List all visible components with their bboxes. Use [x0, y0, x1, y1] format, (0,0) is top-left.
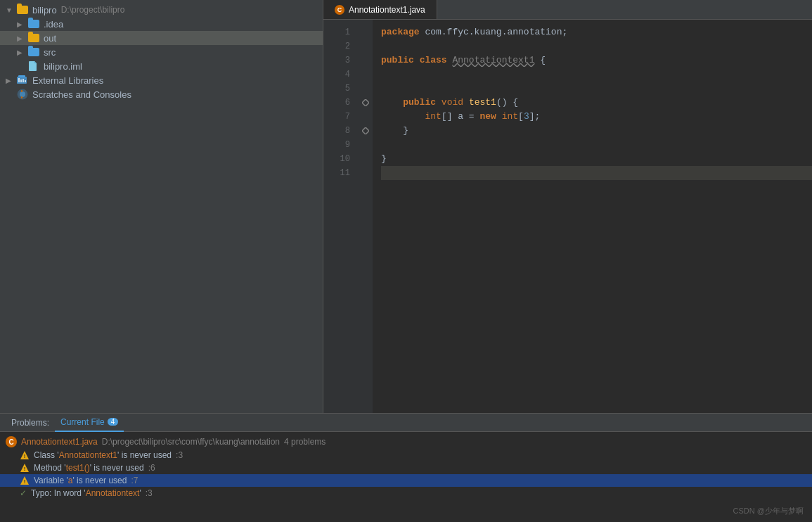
external-libs-icon: [17, 75, 30, 86]
src-folder-icon: [28, 46, 41, 58]
current-file-badge: 4: [108, 418, 119, 426]
iml-file-icon: [28, 61, 41, 72]
tree-arrow-src: ▶: [17, 49, 28, 56]
bilipro-path: D:\progect\bilipro: [61, 5, 125, 15]
idea-label: .idea: [44, 19, 63, 30]
code-content[interactable]: package com.ffyc.kuang.annotation; publi…: [373, 20, 812, 413]
code-line-10: }: [381, 152, 812, 166]
project-tree: ▼ bilipro D:\progect\bilipro ▶ .idea ▶: [0, 0, 323, 413]
svg-rect-12: [21, 96, 22, 98]
out-label: out: [44, 33, 56, 44]
svg-rect-11: [21, 90, 22, 92]
problem-count: 4 problems: [284, 437, 326, 447]
warning-icon-3: !: [20, 476, 30, 485]
problems-label: Problems:: [11, 418, 49, 428]
tab-annotationtext1[interactable]: C Annotationtext1.java: [323, 0, 437, 19]
sidebar-item-idea[interactable]: ▶ .idea: [0, 17, 323, 31]
problem-line-4: :3: [146, 488, 153, 498]
problem-item-1[interactable]: ! Class 'Annotationtext1' is never used …: [0, 449, 812, 461]
watermark: CSDN @少年与梦啊: [733, 506, 804, 516]
code-line-6: public void test1() {: [381, 96, 812, 110]
tree-arrow-bilipro: ▼: [6, 6, 17, 14]
problem-file-path: D:\progect\bilipro\src\com\ffyc\kuang\an…: [102, 437, 280, 447]
warning-icon-1: !: [20, 450, 30, 460]
code-line-3: public class Annotationtext1 {: [381, 53, 812, 68]
svg-rect-8: [25, 80, 26, 82]
sidebar-item-out[interactable]: ▶ out: [0, 31, 323, 45]
problem-file-row[interactable]: C Annotationtext1.java D:\progect\bilipr…: [0, 435, 812, 449]
svg-text:!: !: [24, 453, 26, 459]
code-line-7: int[] a = new int[3];: [381, 110, 812, 124]
sidebar-item-bilipro-iml[interactable]: bilipro.iml: [0, 59, 323, 73]
tab-bar: C Annotationtext1.java: [323, 0, 812, 20]
tree-arrow-external-libs: ▶: [6, 77, 17, 84]
svg-rect-5: [18, 78, 20, 82]
external-libs-label: External Libraries: [32, 75, 103, 86]
svg-text:!: !: [24, 478, 26, 485]
bottom-panel: Problems: Current File 4 C Annotationtex…: [0, 413, 812, 522]
tab-file-icon: C: [335, 5, 344, 15]
code-line-9: [381, 138, 812, 152]
scratches-label: Scratches and Consoles: [32, 89, 131, 100]
tree-arrow-out: ▶: [17, 34, 28, 42]
tab-problems-label[interactable]: Problems:: [6, 414, 55, 432]
code-editor[interactable]: 1 2 3 4 5 6 7 8 9 10 11: [323, 20, 812, 413]
problem-text-1: Class 'Annotationtext1' is never used: [34, 450, 172, 460]
code-line-2: [381, 39, 812, 53]
svg-rect-4: [18, 75, 25, 77]
code-line-11: [381, 166, 812, 180]
gutter: [359, 20, 373, 413]
gutter-mark-6: [362, 99, 369, 106]
svg-point-10: [20, 91, 25, 97]
code-line-4: [381, 68, 812, 82]
check-icon-4: ✓: [20, 488, 27, 498]
problem-text-4: Typo: In word 'Annotationtext': [31, 488, 141, 498]
problem-text-2: Method 'test1()' is never used: [34, 463, 144, 473]
problem-item-4[interactable]: ✓ Typo: In word 'Annotationtext' :3: [0, 487, 812, 499]
line-numbers: 1 2 3 4 5 6 7 8 9 10 11: [323, 20, 359, 413]
svg-marker-14: [362, 127, 369, 134]
svg-rect-7: [22, 79, 24, 82]
current-file-label: Current File: [60, 417, 105, 427]
sidebar-item-bilipro[interactable]: ▼ bilipro D:\progect\bilipro: [0, 3, 323, 17]
sidebar-item-src[interactable]: ▶ src: [0, 45, 323, 59]
tree-arrow-idea: ▶: [17, 20, 28, 28]
problem-text-3: Variable 'a' is never used: [34, 476, 127, 485]
code-line-5: [381, 82, 812, 96]
gutter-mark-8: [362, 127, 369, 134]
svg-rect-6: [20, 79, 22, 82]
problem-line-1: :3: [176, 450, 183, 460]
sidebar-item-external-libs[interactable]: ▶ External Libraries: [0, 73, 323, 87]
tab-current-file[interactable]: Current File 4: [55, 414, 124, 432]
bottom-tabs: Problems: Current File 4: [0, 414, 812, 432]
warning-icon-2: !: [20, 463, 30, 473]
bilipro-label: bilipro: [32, 5, 57, 15]
scratches-icon: [17, 89, 30, 100]
sidebar: ▼ bilipro D:\progect\bilipro ▶ .idea ▶: [0, 0, 323, 413]
problem-line-2: :6: [148, 463, 155, 473]
problem-item-2[interactable]: ! Method 'test1()' is never used :6: [0, 461, 812, 474]
tab-label: Annotationtext1.java: [349, 5, 425, 15]
problems-content: C Annotationtext1.java D:\progect\bilipr…: [0, 432, 812, 522]
problem-item-3[interactable]: ! Variable 'a' is never used :7: [0, 474, 812, 487]
editor-area: C Annotationtext1.java 1 2 3 4 5 6 7 8 9…: [323, 0, 812, 413]
src-label: src: [44, 47, 56, 58]
problem-line-3: :7: [131, 476, 138, 485]
folder-icon: [17, 4, 30, 15]
out-folder-icon: [28, 32, 41, 44]
svg-marker-13: [362, 99, 369, 106]
iml-label: bilipro.iml: [44, 61, 82, 72]
idea-folder-icon: [28, 18, 41, 30]
code-line-8: }: [381, 124, 812, 138]
code-line-1: package com.ffyc.kuang.annotation;: [381, 25, 812, 39]
file-c-icon: C: [6, 436, 17, 447]
problem-filename: Annotationtext1.java: [21, 437, 98, 447]
svg-text:!: !: [24, 466, 26, 472]
sidebar-item-scratches[interactable]: Scratches and Consoles: [0, 87, 323, 101]
